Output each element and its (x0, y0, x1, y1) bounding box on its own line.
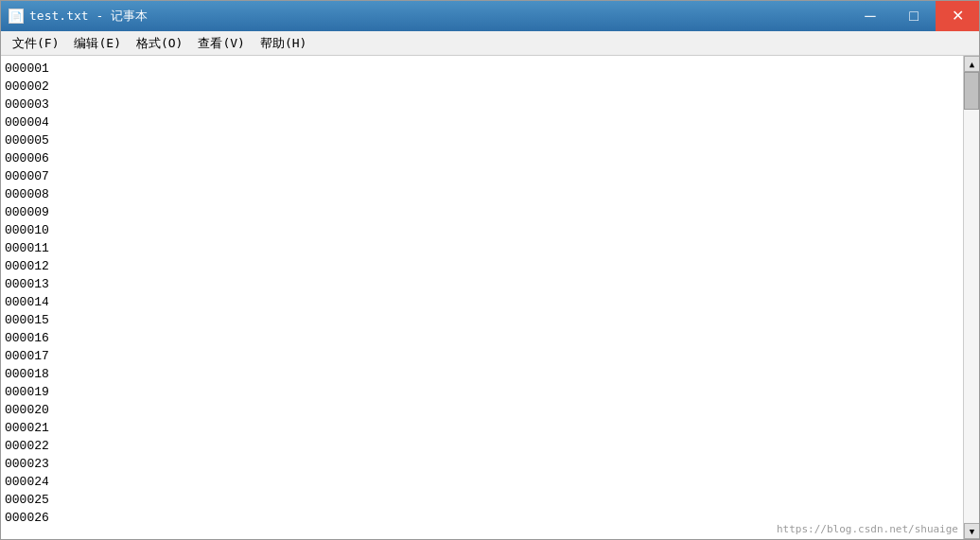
vertical-scrollbar[interactable]: ▲ ▼ (963, 56, 979, 539)
title-bar-controls: ─ □ ✕ (849, 1, 979, 31)
menu-edit[interactable]: 编辑(E) (66, 32, 128, 55)
title-bar: 📄 test.txt - 记事本 ─ □ ✕ (1, 1, 979, 31)
menu-bar: 文件(F) 编辑(E) 格式(O) 查看(V) 帮助(H) (1, 31, 979, 56)
menu-help[interactable]: 帮助(H) (253, 32, 314, 55)
restore-button[interactable]: □ (892, 1, 936, 31)
text-editor[interactable]: 000001 000002 000003 000004 000005 00000… (1, 56, 963, 539)
menu-file[interactable]: 文件(F) (5, 32, 66, 55)
scroll-thumb[interactable] (964, 72, 979, 110)
window-title: test.txt - 记事本 (29, 8, 148, 25)
window-icon: 📄 (9, 9, 24, 24)
scroll-track[interactable] (964, 72, 979, 523)
window: 📄 test.txt - 记事本 ─ □ ✕ 文件(F) 编辑(E) 格式(O)… (0, 0, 980, 540)
scroll-up-button[interactable]: ▲ (964, 56, 979, 72)
minimize-button[interactable]: ─ (849, 1, 892, 31)
scroll-down-button[interactable]: ▼ (964, 523, 979, 539)
close-button[interactable]: ✕ (936, 1, 979, 31)
menu-view[interactable]: 查看(V) (190, 32, 252, 55)
title-bar-left: 📄 test.txt - 记事本 (9, 8, 148, 25)
menu-format[interactable]: 格式(O) (129, 32, 190, 55)
watermark: https://blog.csdn.net/shuaige (777, 523, 958, 535)
content-area: 000001 000002 000003 000004 000005 00000… (1, 56, 979, 539)
document-icon: 📄 (10, 11, 22, 22)
